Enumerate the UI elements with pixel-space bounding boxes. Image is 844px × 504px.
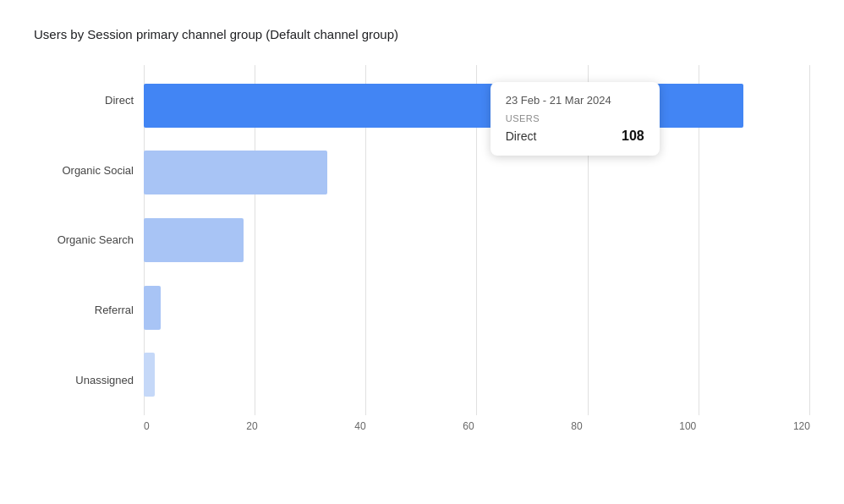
- bar-referral[interactable]: [144, 286, 161, 330]
- bar-row[interactable]: [144, 274, 810, 342]
- y-label-direct: Direct: [34, 65, 134, 135]
- chart-container: Users by Session primary channel group (…: [0, 0, 844, 504]
- tooltip: 23 Feb - 21 Mar 2024 USERS Direct 108: [491, 82, 660, 156]
- bar-unassigned[interactable]: [144, 353, 155, 397]
- tooltip-users-label: USERS: [506, 113, 644, 123]
- bars-container: [144, 65, 810, 415]
- chart-title: Users by Session primary channel group (…: [34, 27, 810, 41]
- bar-organic-search[interactable]: [144, 218, 244, 262]
- bar-row[interactable]: [144, 341, 810, 408]
- y-label-referral: Referral: [34, 275, 134, 345]
- tooltip-value: 108: [622, 129, 644, 144]
- x-axis: 020406080100120: [144, 415, 810, 441]
- tooltip-row: Direct 108: [506, 129, 644, 144]
- bar-row[interactable]: [144, 140, 810, 207]
- y-label-unassigned: Unassigned: [34, 345, 134, 415]
- y-label-organic-social: Organic Social: [34, 135, 134, 205]
- x-label-120: 120: [793, 420, 810, 441]
- bar-organic-social[interactable]: [144, 151, 327, 194]
- y-label-organic-search: Organic Search: [34, 205, 134, 276]
- tooltip-date: 23 Feb - 21 Mar 2024: [506, 94, 644, 107]
- y-labels: DirectOrganic SocialOrganic SearchReferr…: [34, 65, 144, 441]
- bar-row[interactable]: [144, 206, 810, 274]
- x-label-100: 100: [679, 420, 696, 441]
- chart-area: DirectOrganic SocialOrganic SearchReferr…: [34, 65, 810, 441]
- plot-area: 23 Feb - 21 Mar 2024 USERS Direct 108 02…: [144, 65, 810, 441]
- x-label-40: 40: [354, 420, 365, 441]
- x-label-60: 60: [463, 420, 474, 441]
- grid-and-bars: 23 Feb - 21 Mar 2024 USERS Direct 108: [144, 65, 810, 415]
- x-label-80: 80: [571, 420, 582, 441]
- x-label-20: 20: [246, 420, 257, 441]
- bar-row[interactable]: [144, 72, 810, 140]
- tooltip-channel: Direct: [506, 129, 537, 143]
- x-label-0: 0: [144, 420, 150, 441]
